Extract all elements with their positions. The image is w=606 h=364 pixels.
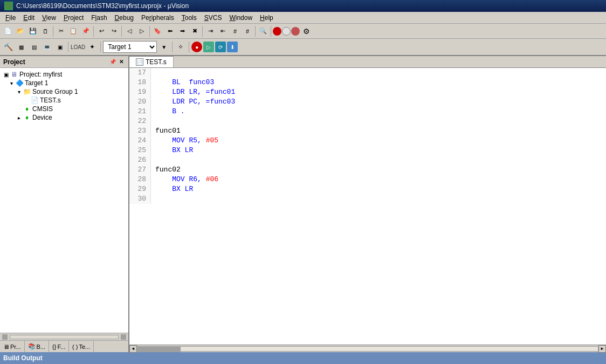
menu-tools[interactable]: Tools [178,13,200,23]
tb-bookmark-clear[interactable]: ✖ [189,25,201,37]
tb-redo[interactable]: ↪ [108,25,120,37]
tb2-rebuild[interactable]: ⟳ [215,42,226,52]
source-group-label: Source Group 1 [32,88,78,95]
tree-item-source-group[interactable]: ▾ 📁 Source Group 1 [0,87,128,96]
tb-copy[interactable]: 📋 [67,25,79,37]
app-icon [4,2,13,10]
tab-templates[interactable]: ( ) Te... [69,341,94,352]
menu-bar: File Edit View Project Flash Debug Perip… [0,12,606,24]
tab-functions[interactable]: {} F... [49,341,69,352]
tb2-wizard[interactable]: ✦ [86,41,98,53]
sep1 [53,26,53,37]
tb-undo[interactable]: ↩ [95,25,107,37]
tb-bookmark-next[interactable]: ➡ [176,25,188,37]
tb-uncomment[interactable]: # [242,25,253,37]
menu-file[interactable]: File [2,13,19,23]
tb2-build[interactable]: ● [191,42,202,52]
tb2-cpu[interactable]: 💻 [41,41,53,53]
tb-extra4[interactable]: ⚙ [300,25,312,37]
code-editor[interactable]: 17 18 BL func03 19 LDR LR, =func01 20 LD… [129,68,606,345]
tb-find[interactable]: 🔍 [257,25,269,37]
editor-tab-tests[interactable]: 📄 TEST.s [129,56,174,67]
tree-item-tests[interactable]: 📄 TEST.s [0,96,128,105]
tb-extra3[interactable] [291,27,300,36]
books-tab-label: B... [37,344,46,350]
panel-close-icon[interactable]: ✕ [118,58,125,66]
expand-device: ▸ [15,115,23,121]
templates-tab-label: Te... [79,344,91,350]
tb-bookmark-toggle[interactable]: 🔖 [152,25,163,37]
tb2-magic[interactable]: ✧ [175,41,187,53]
hscroll-thumb[interactable] [137,347,181,352]
tb-comment[interactable]: # [229,25,241,37]
tb-bookmark-prev[interactable]: ⬅ [164,25,176,37]
tree-hscroll[interactable] [0,333,128,340]
code-line-30: 30 [129,194,606,204]
expand-project: ▣ [2,72,10,78]
menu-svcs[interactable]: SVCS [201,13,225,23]
tb-save-all[interactable]: 🗒 [39,25,51,37]
editor-hscroll[interactable]: ◄ ► [129,345,606,352]
books-tab-icon: 📚 [28,343,36,350]
toolbar1: 📄 📂 💾 🗒 ✂ 📋 📌 ↩ ↪ ◁ ▷ 🔖 ⬅ ➡ ✖ ⇥ ⇤ # # 🔍 … [0,24,606,39]
tb-open[interactable]: 📂 [15,25,26,37]
menu-debug[interactable]: Debug [112,13,137,23]
sep-t2-3 [172,42,173,52]
menu-peripherals[interactable]: Peripherals [138,13,177,23]
hscroll-left[interactable]: ◄ [129,345,137,353]
tb2-grid2[interactable]: ▤ [28,41,40,53]
tree-item-device[interactable]: ▸ ♦ Device [0,113,128,122]
menu-help[interactable]: Help [257,13,277,23]
tree-item-cmsis[interactable]: ♦ CMSIS [0,105,128,113]
func-tab-icon: {} [52,344,56,350]
sep5 [202,26,203,37]
menu-view[interactable]: View [39,13,59,23]
tab-project[interactable]: 🖥 Pr... [0,341,25,352]
tb-cut[interactable]: ✂ [55,25,67,37]
project-tab-icon: 🖥 [3,344,9,350]
tb2-load[interactable]: ⬇ [227,42,238,52]
tb2-options[interactable]: ▣ [54,41,66,53]
device-label: Device [32,114,52,121]
project-icon: 🖥 [10,71,18,78]
menu-edit[interactable]: Edit [20,13,38,23]
tb-extra2[interactable] [282,27,291,36]
tb-nav-fwd[interactable]: ▷ [136,25,148,37]
menu-project[interactable]: Project [60,13,87,23]
tb-indent[interactable]: ⇥ [204,25,216,37]
tb-paste[interactable]: 📌 [80,25,92,37]
code-line-26: 26 [129,155,606,165]
tree-item-target[interactable]: ▾ 🔷 Target 1 [0,79,128,87]
code-line-17: 17 [129,68,606,78]
editor-tabs: 📄 TEST.s [129,56,606,68]
tb-extra1[interactable] [273,27,281,36]
target-select[interactable]: Target 1 [103,41,157,53]
scroll-track[interactable] [10,335,119,339]
tb-save[interactable]: 💾 [27,25,39,37]
expand-cmsis [15,106,23,112]
sep7 [271,26,271,37]
editor-tab-icon: 📄 [136,58,143,66]
menu-flash[interactable]: Flash [88,13,110,23]
hscroll-track[interactable] [137,346,598,352]
tb2-build-menu[interactable]: 🔨 [2,41,14,53]
project-panel: Project 📌 ✕ ▣ 🖥 Project: myfirst ▾ 🔷 Tar… [0,56,129,352]
expand-source-group: ▾ [15,89,23,95]
scroll-left[interactable] [2,334,8,340]
tb2-translate[interactable]: ▷ [203,42,214,52]
menu-window[interactable]: Window [226,13,256,23]
tab-books[interactable]: 📚 B... [25,341,50,352]
pin-icon[interactable]: 📌 [109,58,116,66]
tb2-target-options[interactable]: ▼ [158,41,170,53]
build-output-header: Build Output [0,352,606,364]
tb2-grid[interactable]: ▦ [15,41,27,53]
tb-nav-back[interactable]: ◁ [123,25,135,37]
editor-tab-label: TEST.s [146,58,167,66]
tb-outdent[interactable]: ⇤ [217,25,229,37]
scroll-right[interactable] [121,334,126,340]
panel-tabs: 🖥 Pr... 📚 B... {} F... ( ) Te... [0,340,128,352]
hscroll-right[interactable]: ► [598,345,606,353]
tree-item-project[interactable]: ▣ 🖥 Project: myfirst [0,70,128,79]
tb-new[interactable]: 📄 [2,25,14,37]
title-bar: C:\Users\86199\Documents\STM32\myfirst.u… [0,0,606,12]
